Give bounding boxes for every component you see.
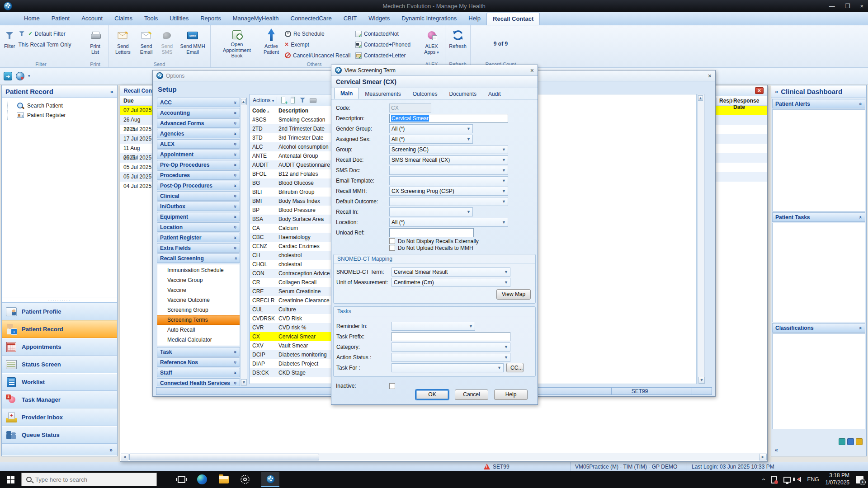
contacted-not-button[interactable]: Contacted/Not: [355, 30, 410, 38]
patient-tasks-header[interactable]: Patient Tasks«: [772, 212, 865, 222]
table-row[interactable]: CR Collagen Recall: [250, 278, 336, 287]
menu-tab[interactable]: ConnectedCare: [285, 12, 338, 25]
location-select[interactable]: All (*)▼: [389, 218, 508, 227]
menu-tab[interactable]: Tools: [138, 12, 164, 25]
medtech-taskbar-button[interactable]: [261, 472, 279, 487]
assigned-sex-select[interactable]: All (*)▼: [389, 135, 473, 144]
toolbar-options-arrow-icon[interactable]: ▾: [28, 74, 30, 78]
menu-tab[interactable]: CBIT: [338, 12, 363, 25]
collapse-panel-icon[interactable]: «: [775, 447, 778, 453]
dialog-tab[interactable]: Measurements: [359, 89, 406, 99]
view-map-button[interactable]: View Map: [496, 289, 531, 300]
module-nav-button[interactable]: Queue Status: [2, 426, 117, 444]
dialog-close-button[interactable]: ×: [530, 67, 534, 74]
description-field[interactable]: Cervical Smear: [389, 114, 508, 123]
options-close-button[interactable]: ×: [708, 73, 712, 79]
table-row[interactable]: BMI Body Mass Index: [250, 197, 336, 206]
table-row[interactable]: CX Cervical Smear: [250, 332, 336, 341]
setup-subsection[interactable]: Auto Recall: [157, 325, 240, 335]
table-row[interactable]: CENZ Cardiac Enzimes: [250, 242, 336, 251]
device-status-icon[interactable]: [771, 476, 777, 483]
setup-section[interactable]: Staff»: [157, 368, 240, 377]
dashboard-tool-icon[interactable]: [856, 438, 863, 445]
setup-subsection[interactable]: Vaccine Outcome: [157, 295, 240, 305]
default-outcome-select[interactable]: ▼: [389, 197, 508, 206]
minimize-button[interactable]: —: [829, 3, 835, 9]
gender-group-select[interactable]: All (*)▼: [389, 124, 473, 133]
setup-section[interactable]: Extra Fields»: [157, 243, 240, 253]
tray-expand-icon[interactable]: ›: [760, 479, 767, 481]
panel-splitter[interactable]: ··········: [2, 297, 117, 302]
code-column-header[interactable]: Code ▴: [250, 106, 276, 115]
table-row[interactable]: CON Contraception Advice: [250, 269, 336, 278]
scrollbar-thumb[interactable]: [246, 98, 247, 105]
menu-tab[interactable]: Claims: [108, 12, 138, 25]
unload-ref-field[interactable]: [389, 228, 474, 237]
expand-panel-icon[interactable]: »: [775, 88, 778, 95]
add-record-icon[interactable]: [280, 97, 287, 103]
scrollbar-thumb[interactable]: [129, 454, 319, 460]
table-row[interactable]: CUL Culture: [250, 305, 336, 314]
menu-tab[interactable]: Account: [75, 12, 108, 25]
column-response-date[interactable]: Response Date: [730, 98, 767, 105]
dialog-tab[interactable]: Outcomes: [407, 89, 443, 99]
maximize-button[interactable]: ❐: [845, 3, 850, 9]
setup-section[interactable]: Pre-Op Procedures»: [157, 160, 240, 169]
active-patient-button[interactable]: Active Patient: [259, 27, 283, 60]
module-nav-button[interactable]: Provider Inbox: [2, 408, 117, 426]
unit-of-measurement-select[interactable]: Centimetre (Cm)▼: [392, 278, 510, 287]
language-indicator[interactable]: ENG: [807, 476, 819, 483]
table-row[interactable]: CH cholestrol: [250, 251, 336, 260]
settings-icon[interactable]: [241, 475, 250, 484]
scroll-down-icon[interactable]: ▼: [241, 379, 247, 385]
module-nav-button[interactable]: Appointments: [2, 338, 117, 356]
sms-doc-select[interactable]: ▼: [389, 166, 508, 175]
refresh-button[interactable]: Refresh: [448, 27, 468, 60]
task-for-select[interactable]: ▼: [392, 363, 504, 372]
ok-button[interactable]: OK: [415, 389, 449, 400]
print-list-button[interactable]: Print List: [86, 27, 105, 60]
table-row[interactable]: DIAP Diabetes Project: [250, 359, 336, 368]
setup-subsection[interactable]: Vaccine Group: [157, 275, 240, 285]
default-filter-button[interactable]: ✓ Default Filter: [18, 30, 71, 38]
table-row[interactable]: CRE Serum Creatinine: [250, 287, 336, 296]
scroll-right-icon[interactable]: ►: [759, 454, 767, 460]
module-nav-button[interactable]: Patient Record: [2, 320, 117, 338]
inactive-checkbox[interactable]: [389, 383, 395, 389]
menu-tab[interactable]: Patient: [46, 12, 75, 25]
setup-section[interactable]: Appointment»: [157, 150, 240, 159]
recall-horizontal-scrollbar[interactable]: ◄ ►: [121, 453, 767, 460]
setup-subsection[interactable]: Medical Calculator: [157, 335, 240, 345]
setup-section[interactable]: ALEX»: [157, 139, 240, 149]
table-row[interactable]: BG Blood Glucose: [250, 178, 336, 188]
menu-tab[interactable]: Reports: [194, 12, 227, 25]
table-row[interactable]: CA Calcium: [250, 224, 336, 233]
recall-in-select[interactable]: ▼: [389, 207, 473, 216]
actions-button[interactable]: Actions ▾: [253, 97, 274, 103]
table-row[interactable]: BFOL B12 and Folates: [250, 169, 336, 178]
task-view-icon[interactable]: [178, 476, 185, 483]
snomed-term-select[interactable]: Cervical Smear Result▼: [392, 267, 510, 277]
table-row[interactable]: 3TD 3rd Trimester Date: [250, 133, 336, 142]
collapse-panel-icon[interactable]: «: [110, 88, 113, 95]
module-nav-button[interactable]: Status Screen: [2, 356, 117, 373]
volume-muted-icon[interactable]: [797, 477, 801, 482]
task-prefix-field[interactable]: [392, 332, 510, 341]
patient-alerts-header[interactable]: Patient Alerts«: [772, 99, 865, 108]
setup-subsection[interactable]: Immunisation Schedule: [157, 265, 240, 275]
table-row[interactable]: CVDRSK CVD Risk: [250, 314, 336, 323]
tab-recall-contact[interactable]: Recall Contact: [486, 13, 540, 25]
dashboard-tool-icon[interactable]: [839, 438, 845, 445]
reminder-in-select[interactable]: ▼: [392, 322, 475, 331]
setup-section[interactable]: Task»: [157, 347, 240, 357]
setup-section[interactable]: Post-Op Procedures»: [157, 181, 240, 190]
table-row[interactable]: CXV Vault Smear: [250, 341, 336, 350]
menu-tab[interactable]: ManageMyHealth: [227, 12, 285, 25]
print-table-icon[interactable]: [309, 97, 316, 103]
table-row[interactable]: 2TD 2nd Trimester Date: [250, 124, 336, 133]
setup-subsection[interactable]: Screening Group: [157, 305, 240, 315]
tree-item[interactable]: Patient Register: [7, 110, 115, 120]
table-row[interactable]: AUDIT AUDIT Questionnaire: [250, 160, 336, 169]
checkbox-icon[interactable]: [389, 238, 395, 244]
table-row[interactable]: CRECLR Creatinine Clearance: [250, 296, 336, 305]
